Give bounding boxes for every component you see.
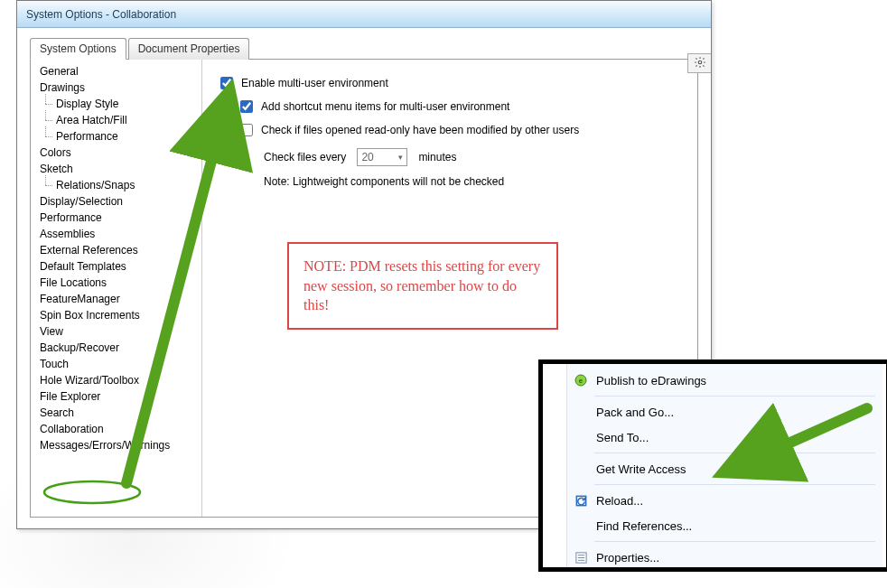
tree-item-performance[interactable]: Performance bbox=[31, 210, 201, 226]
tree-item-assemblies[interactable]: Assemblies bbox=[31, 226, 201, 242]
tree-item-search[interactable]: Search bbox=[31, 405, 201, 421]
ctx-item-pack-and-go[interactable]: Pack and Go... bbox=[567, 399, 882, 425]
properties-icon bbox=[573, 549, 589, 565]
ctx-label: Pack and Go... bbox=[596, 406, 674, 419]
chevron-down-icon: ▾ bbox=[398, 153, 403, 162]
tree-item-display-selection[interactable]: Display/Selection bbox=[31, 193, 201, 210]
tree-item-file-explorer[interactable]: File Explorer bbox=[31, 388, 201, 405]
spin-value: 20 bbox=[361, 151, 373, 163]
label-lightweight-note: Note: Lightweight components will not be… bbox=[264, 175, 683, 188]
tree-item-colors[interactable]: Colors bbox=[31, 145, 201, 161]
ctx-label: Find References... bbox=[596, 519, 692, 533]
tree-item-general[interactable]: General bbox=[31, 63, 201, 79]
tree-item-messages-errors-warnings[interactable]: Messages/Errors/Warnings bbox=[31, 437, 201, 453]
ctx-item-properties[interactable]: Properties... bbox=[567, 545, 882, 570]
ctx-label: Reload... bbox=[596, 494, 643, 508]
separator bbox=[594, 396, 875, 397]
tree-item-external-references[interactable]: External References bbox=[31, 242, 201, 258]
separator bbox=[594, 453, 875, 453]
blank-icon bbox=[573, 461, 589, 477]
tree-item-default-templates[interactable]: Default Templates bbox=[31, 258, 201, 275]
ctx-item-reload[interactable]: Reload... bbox=[567, 488, 882, 513]
blank-icon bbox=[573, 404, 589, 420]
tab-row: System Options Document Properties bbox=[30, 37, 698, 59]
tab-system-options[interactable]: System Options bbox=[30, 38, 126, 60]
checkbox-add-shortcut[interactable] bbox=[240, 100, 253, 113]
label-add-shortcut: Add shortcut menu items for multi-user e… bbox=[261, 100, 509, 113]
blank-icon bbox=[573, 518, 589, 534]
ctx-label: Get Write Access bbox=[596, 462, 686, 476]
ctx-label: Properties... bbox=[596, 551, 659, 565]
tree-item-touch[interactable]: Touch bbox=[31, 356, 201, 372]
svg-text:e: e bbox=[579, 377, 584, 385]
tree-item-performance-drawings[interactable]: Performance bbox=[31, 128, 201, 145]
tree-item-spin-box-increments[interactable]: Spin Box Increments bbox=[31, 307, 201, 323]
label-minutes: minutes bbox=[418, 151, 456, 163]
reload-icon bbox=[573, 492, 589, 509]
checkbox-enable-multi-user[interactable] bbox=[220, 77, 233, 89]
tab-document-properties[interactable]: Document Properties bbox=[128, 38, 250, 60]
edrawings-icon: e bbox=[573, 372, 589, 388]
context-menu: e Publish to eDrawings Pack and Go... Se… bbox=[566, 364, 882, 572]
row-add-shortcut: Add shortcut menu items for multi-user e… bbox=[237, 98, 683, 116]
row-check-interval: Check files every 20 ▾ minutes bbox=[264, 148, 683, 166]
tree-item-view[interactable]: View bbox=[31, 323, 201, 340]
label-check-every: Check files every bbox=[264, 151, 346, 163]
row-check-readonly: Check if files opened read-only have bee… bbox=[237, 121, 683, 139]
gear-icon bbox=[694, 56, 706, 71]
ctx-label: Send To... bbox=[596, 431, 649, 444]
tree-item-drawings[interactable]: Drawings bbox=[31, 79, 201, 96]
spin-check-interval[interactable]: 20 ▾ bbox=[357, 148, 407, 166]
svg-point-0 bbox=[698, 61, 702, 64]
tree-item-hole-wizard-toolbox[interactable]: Hole Wizard/Toolbox bbox=[31, 372, 201, 388]
dialog-titlebar[interactable]: System Options - Collaboration bbox=[17, 1, 711, 28]
ctx-item-publish-edrawings[interactable]: e Publish to eDrawings bbox=[567, 368, 882, 393]
label-enable-multi-user: Enable multi-user environment bbox=[241, 77, 388, 89]
label-check-readonly: Check if files opened read-only have bee… bbox=[261, 124, 579, 136]
ctx-item-find-references[interactable]: Find References... bbox=[567, 513, 882, 538]
annotation-note-box: NOTE: PDM resets this setting for every … bbox=[287, 242, 558, 330]
tree-item-file-locations[interactable]: File Locations bbox=[31, 275, 201, 291]
tree-item-area-hatch-fill[interactable]: Area Hatch/Fill bbox=[31, 112, 201, 128]
tree-item-backup-recover[interactable]: Backup/Recover bbox=[31, 340, 201, 356]
row-enable-multi-user: Enable multi-user environment bbox=[217, 74, 683, 92]
dialog-title: System Options - Collaboration bbox=[26, 8, 176, 21]
tree-item-relations-snaps[interactable]: Relations/Snaps bbox=[31, 177, 201, 193]
tree-item-collaboration[interactable]: Collaboration bbox=[31, 421, 201, 437]
ctx-item-send-to[interactable]: Send To... bbox=[567, 425, 882, 450]
ctx-item-get-write-access[interactable]: Get Write Access bbox=[567, 456, 882, 481]
options-gear-button[interactable] bbox=[687, 53, 711, 73]
separator bbox=[594, 541, 875, 542]
checkbox-check-readonly[interactable] bbox=[240, 124, 253, 136]
tree-item-display-style[interactable]: Display Style bbox=[31, 96, 201, 112]
blank-icon bbox=[573, 429, 589, 445]
tree-item-sketch[interactable]: Sketch bbox=[31, 161, 201, 177]
tree-item-featuremanager[interactable]: FeatureManager bbox=[31, 291, 201, 307]
ctx-label: Publish to eDrawings bbox=[596, 374, 706, 387]
context-menu-snippet: e Publish to eDrawings Pack and Go... Se… bbox=[538, 359, 887, 572]
separator bbox=[594, 484, 875, 485]
options-tree[interactable]: General Drawings Display Style Area Hatc… bbox=[31, 60, 202, 517]
